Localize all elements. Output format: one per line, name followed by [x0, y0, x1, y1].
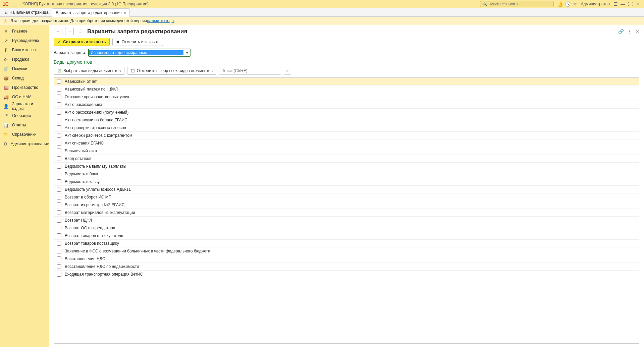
document-row[interactable]: Оказание производственных услуг: [54, 93, 639, 101]
document-label: Возврат НДФЛ: [65, 218, 92, 223]
bell-icon[interactable]: 🔔: [556, 1, 564, 7]
sidebar-item-8[interactable]: 👤Зарплата и кадры: [0, 102, 49, 111]
sidebar-icon: 🛒: [3, 66, 9, 71]
document-checkbox[interactable]: [57, 256, 61, 261]
document-checkbox[interactable]: [57, 164, 61, 169]
document-checkbox[interactable]: [57, 179, 61, 184]
more-icon[interactable]: ⋮: [627, 29, 632, 34]
sidebar-item-4[interactable]: 🛒Покупки: [0, 64, 49, 73]
document-row[interactable]: Восстановление НДС по недвижимости: [54, 263, 639, 271]
document-row[interactable]: Ведомость в банк: [54, 170, 639, 178]
document-row[interactable]: Возврат ОС от арендатора: [54, 224, 639, 232]
document-row[interactable]: Возврат в оборот ИС МП: [54, 193, 639, 201]
sidebar-item-5[interactable]: 📦Склад: [0, 73, 49, 83]
document-row[interactable]: Возврат из регистра №2 ЕГАИС: [54, 201, 639, 209]
document-label: Акт списания ЕГАИС: [65, 141, 104, 146]
document-row[interactable]: Акт сверки расчетов с контрагентом: [54, 132, 639, 139]
document-checkbox[interactable]: [57, 187, 61, 192]
document-checkbox[interactable]: [57, 203, 61, 207]
document-checkbox[interactable]: [57, 264, 61, 269]
doc-search-input[interactable]: [219, 67, 281, 75]
document-row[interactable]: Акт о расхождениях: [54, 101, 639, 109]
document-row[interactable]: Авансовый платеж по НДФЛ: [54, 85, 639, 93]
document-row[interactable]: Акт списания ЕГАИС: [54, 139, 639, 147]
document-row[interactable]: Заявление в ФСС о возмещении больничных …: [54, 247, 639, 255]
document-row[interactable]: Авансовый отчет: [54, 78, 639, 85]
sidebar-item-1[interactable]: ↗Руководителю: [0, 36, 49, 45]
document-row[interactable]: Восстановление НДС: [54, 255, 639, 263]
sidebar-item-2[interactable]: ₽Банк и касса: [0, 45, 49, 55]
document-row[interactable]: Ведомость уплаты взносов АДВ-11: [54, 186, 639, 193]
document-checkbox[interactable]: [57, 87, 61, 92]
select-all-button[interactable]: ☑ Выбрать все виды документов: [54, 67, 124, 75]
document-checkbox[interactable]: [57, 218, 61, 223]
link-icon[interactable]: 🔗: [618, 29, 624, 34]
user-name[interactable]: Администратор: [581, 2, 610, 6]
document-checkbox[interactable]: [57, 79, 61, 84]
sidebar-item-6[interactable]: 🏭Производство: [0, 83, 49, 92]
document-checkbox[interactable]: [57, 195, 61, 199]
document-checkbox[interactable]: [57, 210, 61, 215]
document-checkbox[interactable]: [57, 102, 61, 107]
document-row[interactable]: Входящая транспортная операция ВетИС: [54, 271, 639, 278]
settings-icon[interactable]: ☰: [612, 1, 619, 7]
menu-button[interactable]: [11, 2, 17, 6]
sidebar-label: Банк и касса: [12, 48, 36, 52]
global-search[interactable]: 🔍: [480, 1, 554, 7]
document-label: Ведомость в кассу: [65, 179, 100, 184]
clear-search-button[interactable]: ×: [284, 67, 291, 75]
document-row[interactable]: Акт проверки страховых взносов: [54, 124, 639, 132]
document-checkbox[interactable]: [57, 141, 61, 146]
close-window-icon[interactable]: ✕: [634, 1, 641, 7]
sidebar-item-0[interactable]: ≡Главное: [0, 26, 49, 36]
cancel-close-button[interactable]: ✖ Отменить и закрыть: [112, 38, 163, 46]
document-checkbox[interactable]: [57, 118, 61, 122]
sidebar-item-7[interactable]: 🚚ОС и НМА: [0, 92, 49, 102]
document-row[interactable]: Ведомость на выплату зарплаты: [54, 163, 639, 170]
variant-dropdown[interactable]: Использовать для выбранных ▼: [88, 49, 191, 57]
document-checkbox[interactable]: [57, 272, 61, 277]
nav-back-button[interactable]: ←: [54, 28, 62, 35]
sidebar-item-11[interactable]: 📁Справочники: [0, 130, 49, 139]
star-icon[interactable]: ☆: [571, 1, 579, 7]
sidebar-item-10[interactable]: 📊Отчеты: [0, 120, 49, 130]
sidebar-item-12[interactable]: ⚙Администрирование: [0, 139, 49, 149]
document-checkbox[interactable]: [57, 133, 61, 138]
document-row[interactable]: Акт о расхождениях (полученный): [54, 109, 639, 116]
save-close-button[interactable]: ✔ Сохранить и закрыть: [54, 38, 110, 46]
document-checkbox[interactable]: [57, 233, 61, 238]
close-content-icon[interactable]: ✕: [635, 29, 639, 34]
document-checkbox[interactable]: [57, 226, 61, 230]
nav-forward-button[interactable]: →: [65, 28, 74, 35]
document-checkbox[interactable]: [57, 95, 61, 99]
tab-close-icon[interactable]: ×: [124, 10, 126, 15]
document-row[interactable]: Акт постановки на баланс ЕГАИС: [54, 116, 639, 124]
document-checkbox[interactable]: [57, 249, 61, 253]
document-list[interactable]: Авансовый отчетАвансовый платеж по НДФЛО…: [54, 78, 639, 343]
document-row[interactable]: Больничный лист: [54, 147, 639, 155]
maximize-icon[interactable]: ⛶: [627, 1, 634, 7]
document-row[interactable]: Возврат НДФЛ: [54, 217, 639, 224]
chevron-down-icon[interactable]: ▼: [184, 51, 190, 55]
document-row[interactable]: Ведомость в кассу: [54, 178, 639, 186]
sidebar-item-9[interactable]: ᵀᴷОперации: [0, 111, 49, 120]
minimize-icon[interactable]: —: [619, 1, 627, 7]
tab-variants[interactable]: Варианты запрета редактирования ×: [52, 8, 130, 17]
document-checkbox[interactable]: [57, 125, 61, 130]
global-search-input[interactable]: [488, 2, 551, 6]
warning-link[interactable]: нажмите сюда: [147, 18, 174, 23]
document-checkbox[interactable]: [57, 110, 61, 115]
tab-home[interactable]: ⌂ Начальная страница: [1, 8, 52, 16]
favorite-icon[interactable]: ☆: [78, 28, 83, 35]
document-row[interactable]: Возврат материалов из эксплуатации: [54, 209, 639, 217]
document-checkbox[interactable]: [57, 241, 61, 246]
document-checkbox[interactable]: [57, 156, 61, 161]
document-row[interactable]: Ввод остатков: [54, 155, 639, 163]
document-row[interactable]: Возврат товаров от покупателя: [54, 232, 639, 240]
document-checkbox[interactable]: [57, 149, 61, 153]
sidebar-item-3[interactable]: 🛍Продажи: [0, 55, 49, 64]
history-icon[interactable]: 🕓: [564, 1, 571, 7]
deselect-all-button[interactable]: ☐ Отменить выбор всех видов документов: [127, 67, 216, 75]
document-row[interactable]: Возврат товаров поставщику: [54, 240, 639, 247]
document-checkbox[interactable]: [57, 172, 61, 176]
